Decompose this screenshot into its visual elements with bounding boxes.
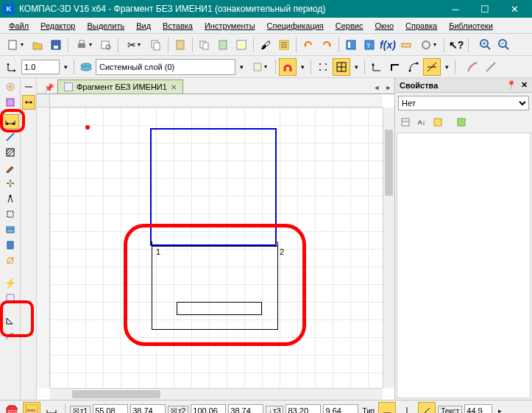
minimize-button[interactable]: ─ (441, 1, 470, 17)
tool-angle[interactable] (1, 313, 19, 328)
menu-spec[interactable]: Спецификация (261, 20, 330, 32)
text-input[interactable] (464, 404, 492, 413)
snap-toggle-button[interactable] (279, 58, 297, 76)
menu-tools[interactable]: Инструменты (199, 20, 261, 32)
menu-selection[interactable]: Выделить (81, 20, 130, 32)
auto-button[interactable]: Auto (23, 402, 40, 413)
scale-input[interactable] (21, 60, 60, 74)
tool-report[interactable] (1, 238, 19, 253)
type-horiz-button[interactable] (378, 402, 396, 413)
t2-x-input[interactable] (191, 404, 226, 413)
ortho-button[interactable] (386, 58, 404, 76)
tool2-a[interactable] (22, 80, 35, 94)
print-button[interactable] (71, 36, 96, 54)
properties-button[interactable] (275, 36, 293, 54)
layer-visib-button[interactable] (247, 58, 272, 76)
scroll-thumb-h[interactable] (72, 390, 160, 398)
tool2-b[interactable] (22, 95, 35, 110)
measure-button[interactable] (397, 36, 415, 54)
pin-icon[interactable]: 📌 (44, 83, 54, 93)
menu-window[interactable]: Окно (369, 20, 400, 32)
tool-arc[interactable] (1, 328, 19, 343)
type-vert-button[interactable] (398, 402, 416, 413)
lib-manager-button[interactable] (342, 36, 360, 54)
prop-cat-icon[interactable] (398, 115, 413, 130)
redo-button[interactable] (318, 36, 336, 54)
type-aligned-button[interactable] (418, 402, 436, 413)
layer-dropdown[interactable]: ▾ (236, 58, 247, 76)
tool-hatch[interactable] (1, 145, 19, 160)
menu-libs[interactable]: Библиотеки (443, 20, 499, 32)
scale-dropdown[interactable]: ▾ (60, 58, 71, 76)
properties-filter-select[interactable]: Нет (398, 96, 529, 110)
scroll-thumb-v[interactable] (385, 130, 393, 196)
undo-button[interactable] (299, 36, 317, 54)
tool-compass[interactable] (1, 191, 19, 206)
menu-insert[interactable]: Вставка (157, 20, 199, 32)
copy2-button[interactable] (196, 36, 213, 54)
maximize-button[interactable]: ☐ (470, 1, 500, 17)
scrollbar-horizontal[interactable] (50, 388, 383, 400)
tool-line[interactable] (1, 130, 19, 144)
canvas[interactable]: 1 2 (37, 94, 394, 400)
tool-prop-ed[interactable] (1, 291, 19, 306)
sketch-brush-button[interactable] (464, 58, 481, 76)
dim-style-button[interactable] (43, 402, 60, 413)
brush-button[interactable]: 🖌 (257, 36, 274, 54)
snap-dd[interactable]: ▾ (297, 58, 308, 76)
close-button[interactable]: ✕ (500, 1, 529, 17)
text-box[interactable]: Текст (438, 406, 462, 414)
grid-toggle-button[interactable] (333, 58, 350, 76)
print-preview-button[interactable] (97, 36, 115, 54)
t2-y-input[interactable] (228, 404, 263, 413)
menu-editor[interactable]: Редактор (35, 20, 81, 32)
viewport[interactable]: 1 2 (50, 107, 383, 388)
t1-y-input[interactable] (130, 404, 166, 413)
grid-dd[interactable]: ▾ (351, 58, 361, 76)
menu-file[interactable]: Файл (3, 20, 35, 32)
fx-button[interactable]: f(x) (379, 36, 397, 54)
prop-star-icon[interactable] (430, 115, 445, 130)
tool-table[interactable] (1, 222, 19, 237)
open-button[interactable] (29, 36, 46, 54)
t3-y-input[interactable] (323, 404, 358, 413)
t3-x-input[interactable] (285, 404, 321, 413)
tool-dimension[interactable] (1, 114, 19, 129)
prop-filter-icon[interactable] (454, 115, 469, 130)
tool-select[interactable] (1, 207, 19, 222)
track-button[interactable] (423, 58, 441, 76)
menu-view[interactable]: Вид (130, 20, 157, 32)
t1-box[interactable]: ☒т1 (70, 406, 91, 414)
track-dd[interactable]: ▾ (441, 58, 452, 76)
scrollbar-vertical[interactable] (383, 107, 394, 388)
layer-select[interactable]: Системный слой (0) (96, 59, 235, 75)
menu-help[interactable]: Справка (400, 20, 443, 32)
prop-sort-icon[interactable]: A↓ (414, 115, 429, 130)
tool-pick[interactable] (1, 80, 19, 94)
vars-button[interactable]: ? (361, 36, 378, 54)
panel-pin-icon[interactable]: 📍 (506, 80, 517, 90)
grid-sparse-button[interactable] (314, 58, 332, 76)
tool-ax[interactable] (1, 253, 19, 268)
help-cursor-button[interactable]: ↖? (447, 36, 465, 54)
cut-button[interactable]: ✂ (121, 36, 146, 54)
coord-origin-button[interactable] (3, 58, 21, 76)
save-button[interactable] (47, 36, 65, 54)
t1-x-input[interactable] (93, 404, 128, 413)
tool-edit[interactable] (1, 160, 19, 175)
ortho-arrow-button[interactable] (368, 58, 386, 76)
zoom-out-button[interactable] (495, 36, 513, 54)
stop-button[interactable]: STOP (3, 402, 21, 413)
tab-prev[interactable]: ◄ (371, 82, 383, 93)
config-button[interactable] (416, 36, 441, 54)
new-doc-button[interactable] (3, 36, 28, 54)
copy-props-button[interactable] (233, 36, 250, 54)
copy-button[interactable] (147, 36, 165, 54)
tool-flash[interactable]: ⚡ (1, 275, 19, 290)
sketch-brush2-button[interactable] (482, 58, 500, 76)
tab-next[interactable]: ► (383, 82, 394, 93)
tool-param[interactable] (1, 176, 19, 191)
doc-tab-1[interactable]: Фрагмент БЕЗ ИМЕНИ1 ✕ (57, 80, 183, 93)
zoom-in-button[interactable] (477, 36, 494, 54)
paste-button[interactable] (214, 36, 232, 54)
